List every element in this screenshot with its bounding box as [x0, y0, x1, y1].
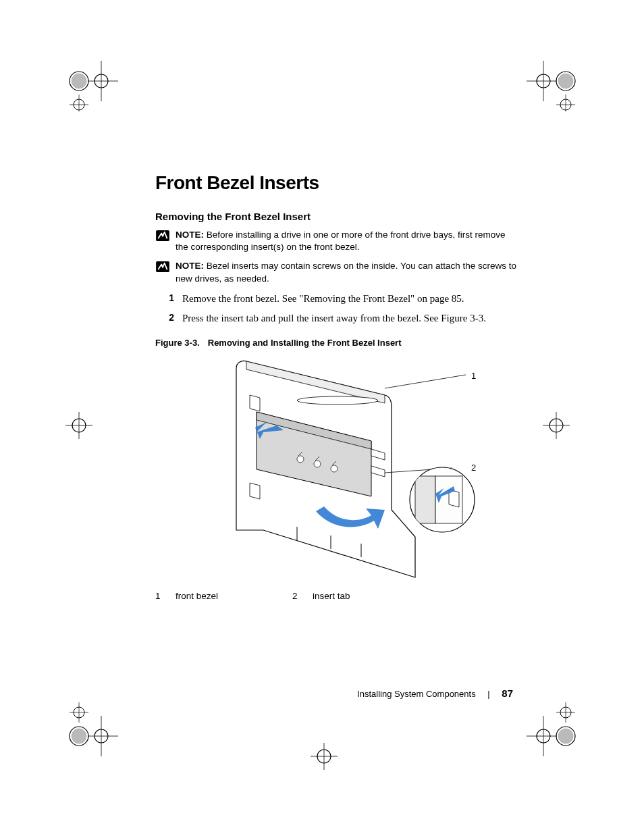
- step-item: 1 Remove the front bezel. See "Removing …: [155, 292, 520, 306]
- svg-point-1: [72, 74, 86, 88]
- crop-mark-icon: [527, 702, 581, 756]
- figure-callout-2: 2: [471, 463, 476, 473]
- note-icon: [155, 261, 170, 273]
- step-text: Press the insert tab and pull the insert…: [182, 311, 520, 325]
- page-footer: Installing System Components | 87: [0, 687, 513, 699]
- crop-mark-icon: [64, 398, 118, 452]
- legend-number: 1: [155, 591, 176, 601]
- note-body: Before installing a drive in one or more…: [176, 230, 505, 252]
- svg-line-48: [385, 375, 466, 388]
- legend-item: 2 insert tab: [292, 591, 350, 601]
- crop-mark-icon: [64, 57, 118, 111]
- svg-point-29: [72, 729, 86, 744]
- svg-point-37: [558, 729, 573, 744]
- footer-section: Installing System Components: [357, 689, 476, 699]
- crop-mark-icon: [297, 729, 351, 783]
- svg-point-47: [331, 465, 338, 472]
- svg-point-45: [297, 456, 304, 463]
- svg-point-9: [558, 74, 573, 88]
- crop-mark-icon: [541, 398, 595, 452]
- step-item: 2 Press the insert tab and pull the inse…: [155, 311, 520, 325]
- step-number: 1: [155, 292, 182, 305]
- note-icon: [155, 230, 170, 242]
- figure-illustration: 1 2: [182, 355, 493, 584]
- figure-label: Figure 3-3.: [155, 338, 200, 348]
- crop-mark-icon: [64, 702, 118, 756]
- figure-callout-1: 1: [471, 371, 476, 381]
- step-number: 2: [155, 311, 182, 325]
- footer-separator: |: [487, 689, 489, 699]
- legend-text: insert tab: [313, 591, 350, 601]
- page-heading: Front Bezel Inserts: [155, 172, 520, 194]
- figure-caption: Figure 3-3.Removing and Installing the F…: [155, 338, 520, 348]
- note-block: NOTE: Bezel inserts may contain screws o…: [155, 260, 520, 284]
- svg-rect-51: [415, 476, 435, 523]
- legend-text: front bezel: [176, 591, 218, 601]
- note-label: NOTE:: [176, 230, 204, 240]
- legend-number: 2: [292, 591, 313, 601]
- steps-list: 1 Remove the front bezel. See "Removing …: [155, 292, 520, 325]
- section-subheading: Removing the Front Bezel Insert: [155, 211, 520, 222]
- step-text: Remove the front bezel. See "Removing th…: [182, 292, 520, 306]
- figure-title: Removing and Installing the Front Bezel …: [208, 338, 402, 348]
- crop-mark-icon: [527, 57, 581, 111]
- note-label: NOTE:: [176, 261, 204, 271]
- note-block: NOTE: Before installing a drive in one o…: [155, 229, 520, 253]
- note-body: Bezel inserts may contain screws on the …: [176, 261, 516, 283]
- legend-item: 1 front bezel: [155, 591, 218, 601]
- svg-point-46: [314, 461, 321, 467]
- svg-point-44: [297, 396, 378, 405]
- page-number: 87: [502, 687, 513, 699]
- figure-legend: 1 front bezel 2 insert tab: [155, 591, 520, 601]
